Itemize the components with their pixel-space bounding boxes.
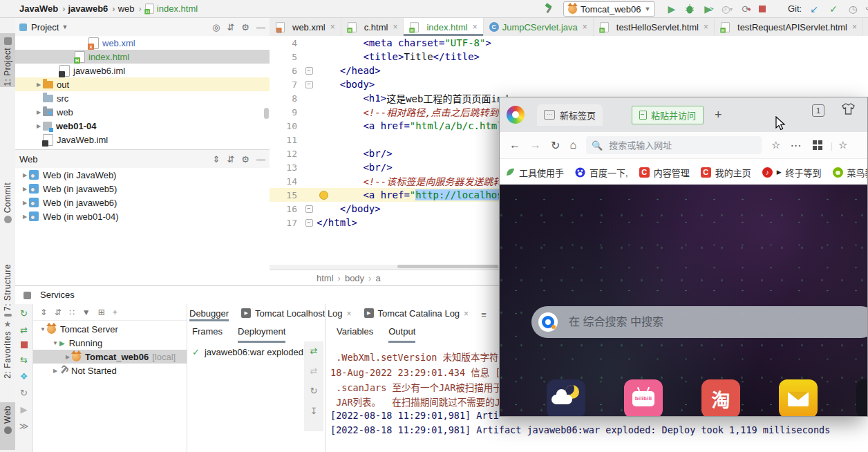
download-icon[interactable]: ↧ xyxy=(310,406,318,416)
bookmarks-star-icon[interactable]: ☆ xyxy=(838,139,847,151)
more-menu-icon[interactable]: ⋯ xyxy=(791,139,802,152)
update-application-button[interactable]: ⟳● xyxy=(739,2,753,16)
close-icon[interactable] xyxy=(347,308,352,319)
tab-debugger[interactable]: Debugger xyxy=(189,308,229,321)
collapse-all-icon[interactable]: ⇵ xyxy=(55,308,62,317)
debug-button[interactable] xyxy=(684,3,695,17)
expand-arrow-icon[interactable] xyxy=(21,199,29,206)
fold-marker-icon[interactable]: − xyxy=(305,205,313,213)
code-line[interactable]: 5 <title>Title</title> xyxy=(270,50,868,64)
browser-tab[interactable]: ⋯ 新标签页 xyxy=(537,104,603,126)
browser-window[interactable]: ⋯ 新标签页 粘贴并访问 + 1 ← → ↻ ⌂ 🔍 ☆ ⋯ xyxy=(499,97,868,417)
close-icon[interactable] xyxy=(393,22,397,32)
git-update-button[interactable]: ↙ xyxy=(807,2,821,16)
fold-marker-icon[interactable]: − xyxy=(305,67,313,75)
web-tree-row[interactable]: Web (in javaweb5) xyxy=(15,182,270,196)
close-icon[interactable] xyxy=(583,22,587,32)
tree-row-tomcat-web06[interactable]: Tomcat_web06 [local] xyxy=(33,350,187,364)
add-service-icon[interactable]: + xyxy=(113,308,117,317)
tab-deployment[interactable]: Deployment xyxy=(238,326,285,343)
fold-marker-icon[interactable]: − xyxy=(305,219,313,227)
tab-jumpcservlet[interactable]: C JumpCServlet.java xyxy=(484,18,594,36)
bookmark-music[interactable]: ♪ ▶ 终于等到 xyxy=(762,166,822,179)
breadcrumb-folder[interactable]: web xyxy=(118,3,142,14)
tree-row-web01-04[interactable]: web01-04 xyxy=(15,119,270,133)
paste-and-go-button[interactable]: 粘贴并访问 xyxy=(632,106,704,124)
scrollbar-thumb[interactable] xyxy=(264,108,269,119)
address-input[interactable] xyxy=(607,140,742,151)
tree-row-javaweb6iml[interactable]: javaweb6.iml xyxy=(15,64,270,77)
redeploy-icon[interactable]: ⇄ xyxy=(20,325,28,335)
tree-row-out[interactable]: out xyxy=(15,77,270,91)
refresh-icon[interactable]: ↻ xyxy=(310,386,318,396)
tab-chtml[interactable]: H c.html xyxy=(341,18,404,36)
more-icon[interactable]: ≫ xyxy=(19,421,29,431)
collapse-all-icon[interactable]: ⇵ xyxy=(227,22,234,32)
taobao-tile[interactable]: 淘 xyxy=(701,379,740,416)
collapse-arrow-icon[interactable] xyxy=(51,339,59,346)
tab-output[interactable]: Output xyxy=(388,326,415,343)
bookmark-my-home[interactable]: C 我的主页 xyxy=(701,166,751,179)
stripe-tab-web[interactable]: Web xyxy=(0,402,15,450)
refresh-icon[interactable]: ↻ xyxy=(20,388,28,398)
git-commit-button[interactable]: ✓ xyxy=(827,2,840,16)
tree-row-not-started[interactable]: Not Started xyxy=(33,364,187,377)
back-icon[interactable]: ← xyxy=(509,139,520,151)
theme-shirt-icon[interactable] xyxy=(842,103,855,117)
run-button[interactable]: ▶ xyxy=(665,2,679,16)
tree-row-javawebiml[interactable]: JavaWeb.iml xyxy=(15,133,270,147)
expand-all-icon[interactable]: ⇕ xyxy=(40,308,47,317)
tab-indexhtml[interactable]: H index.html xyxy=(404,18,483,36)
menu-icon[interactable]: ≡ xyxy=(481,310,487,320)
bookmark-tools[interactable]: 工具使用手 xyxy=(505,166,564,179)
weather-tile[interactable] xyxy=(547,379,585,416)
refresh-icon[interactable]: ↻ xyxy=(551,139,560,152)
tree-row-webxml[interactable]: x web.xml xyxy=(15,36,270,50)
stop-server-icon[interactable] xyxy=(21,341,28,348)
intention-bulb-icon[interactable] xyxy=(319,191,328,200)
close-icon[interactable] xyxy=(852,22,857,32)
breadcrumb-project[interactable]: JavaWeb xyxy=(19,3,65,14)
hide-panel-icon[interactable]: — xyxy=(256,22,265,32)
expand-arrow-icon[interactable] xyxy=(35,109,43,115)
gear-icon[interactable]: ⚙ xyxy=(241,22,249,32)
address-bar[interactable]: 🔍 xyxy=(586,136,762,154)
stop-button[interactable] xyxy=(759,6,766,12)
new-window-icon[interactable]: ⊞ xyxy=(98,308,105,317)
new-tab-button[interactable]: + xyxy=(715,108,722,122)
bilibili-tile[interactable]: bilibili xyxy=(624,379,663,416)
expand-arrow-icon[interactable] xyxy=(35,81,43,88)
favorite-star-icon[interactable]: ☆ xyxy=(771,139,780,151)
stripe-tab-project[interactable]: 1: Project xyxy=(0,33,15,87)
profiler-button[interactable]: ◴▾ xyxy=(720,2,734,16)
qqmail-tile[interactable] xyxy=(779,379,818,416)
crumb-a[interactable]: a xyxy=(375,273,380,283)
run-with-coverage-button[interactable]: ▶⟳ xyxy=(702,2,716,16)
expand-arrow-icon[interactable] xyxy=(51,367,59,374)
build-hammer-icon[interactable] xyxy=(543,3,555,17)
run-config-selector[interactable]: Tomcat_web06 ▼ xyxy=(563,1,655,17)
rerun-server-icon[interactable]: ↻ xyxy=(20,308,28,319)
browser-logo-icon[interactable] xyxy=(507,106,525,124)
tab-tomcat-catalina-log[interactable]: ▶Tomcat Catalina Log xyxy=(364,308,469,321)
forward-icon[interactable]: → xyxy=(530,139,541,151)
crumb-body[interactable]: body xyxy=(345,273,372,283)
code-line[interactable]: 4 <meta charset="UTF-8"> xyxy=(270,36,868,50)
tab-webxml[interactable]: x web.xml xyxy=(270,18,341,36)
web-tree-row[interactable]: Web (in javaweb6) xyxy=(15,196,270,209)
page-search-bar[interactable] xyxy=(531,306,867,338)
stripe-tab-structure[interactable]: 7: Structure xyxy=(0,264,15,317)
tab-tomcat-localhost-log[interactable]: ▶Tomcat Localhost Log xyxy=(241,308,351,321)
group-by-icon[interactable]: ∷ xyxy=(69,308,75,317)
code-line[interactable]: 6− </head> xyxy=(270,64,868,77)
expand-arrow-icon[interactable] xyxy=(35,122,43,129)
collapse-all-icon[interactable]: ⇵ xyxy=(227,154,234,164)
resume-icon[interactable]: ▶ xyxy=(21,404,28,415)
expand-arrow-icon[interactable] xyxy=(21,213,29,220)
services-title[interactable]: Services xyxy=(40,290,75,300)
window-count-badge[interactable]: 1 xyxy=(812,104,824,117)
tree-row-running[interactable]: ▶ Running xyxy=(33,336,187,350)
tab-frames[interactable]: Frames xyxy=(192,326,223,343)
gear-icon[interactable]: ⚙ xyxy=(241,154,249,164)
tab-variables[interactable]: Variables xyxy=(337,326,373,343)
